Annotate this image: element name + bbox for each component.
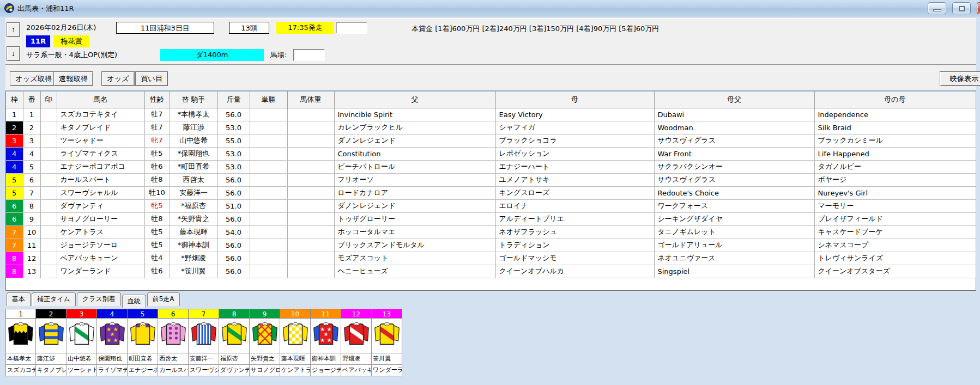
- win-odds: [250, 108, 287, 121]
- odds-button[interactable]: オッズ: [101, 71, 135, 86]
- table-row[interactable]: 56カールスバート牡8西啓太56.0フリオーソユメノアトサキサウスヴィグラスボヤ…: [6, 173, 976, 186]
- silks-jockey-name: 笹川翼: [372, 353, 402, 365]
- silks-cell[interactable]: 9 矢野貴之サヨノグローリー: [250, 309, 280, 376]
- carried-weight: 51.0: [217, 199, 250, 212]
- silks-jockey-name: 町田直希: [128, 353, 158, 365]
- body-weight: [287, 265, 334, 278]
- video-display-button[interactable]: 映像表示: [940, 71, 980, 86]
- tab-基本[interactable]: 基本: [7, 292, 31, 306]
- tab-前5走A[interactable]: 前5走A: [147, 292, 180, 306]
- win-odds: [250, 199, 287, 212]
- horse-number-badge: 11: [311, 309, 341, 319]
- table-row[interactable]: 813ワンダーランド牡6*笹川翼56.0ヘニーヒューズクイーンオブハルカSing…: [6, 265, 976, 278]
- sex-age: 牡6: [144, 265, 170, 278]
- tab-クラス別着[interactable]: クラス別着: [77, 292, 121, 306]
- maximize-button[interactable]: [952, 2, 971, 14]
- sex-age: 牡8: [144, 212, 170, 225]
- silks-horse-name: サヨノグローリー: [250, 365, 280, 376]
- silks-cell[interactable]: 11 ★★★★★ 御神本訓ジョージテソーロ: [311, 309, 341, 376]
- horse-name: ベアバッキューン: [57, 252, 144, 265]
- dam-dam-name: クイーンオブスターズ: [814, 265, 976, 278]
- svg-text:★: ★: [326, 337, 331, 343]
- dam-name: ゴールドマッシモ: [495, 252, 654, 265]
- table-row[interactable]: 11スズカコテキタイ牡7*本橋孝太56.0Invincible SpiritEa…: [6, 108, 976, 121]
- column-header: 馬名: [57, 91, 144, 108]
- race-number-badge: 11R: [26, 35, 50, 47]
- silks-cell[interactable]: 8 福原杏ダヴァンティ: [219, 309, 250, 376]
- horse-name: スズカコテキタイ: [57, 108, 144, 121]
- silks-cell[interactable]: 13 笹川翼ワンダーランド: [372, 309, 402, 376]
- carried-weight: 56.0: [217, 212, 250, 225]
- sex-age: 牡7: [144, 121, 170, 134]
- silks-cell[interactable]: 6 西啓太カールスバート: [158, 309, 189, 376]
- memo-box[interactable]: [336, 22, 367, 34]
- head-count: 13頭: [229, 22, 269, 34]
- silks-cell[interactable]: 12 野畑凌ベアバッキューン: [341, 309, 372, 376]
- table-row[interactable]: 68ダヴァンティ牝5*福原杏51.0ダノンレジェンドエロイナワークフォースマーモ…: [6, 199, 976, 212]
- table-row[interactable]: 57スワーヴシャルル牡10安藤洋一56.0ロードカナロアキングスローズRedou…: [6, 186, 976, 199]
- sire-name: ブリックスアンドモルタル: [334, 239, 495, 252]
- sire-name: Constitution: [334, 147, 495, 160]
- horse-name: ダヴァンティ: [57, 199, 144, 212]
- win-odds: [250, 239, 287, 252]
- horse-number: 9: [23, 212, 40, 225]
- column-header: 印: [40, 91, 57, 108]
- column-header: 性齢: [144, 91, 170, 108]
- table-row[interactable]: 812ベアバッキューン牡4*野畑凌56.0モズアスコットゴールドマッシモネオユニ…: [6, 252, 976, 265]
- get-flash-button[interactable]: 速報取得: [53, 71, 93, 86]
- carried-weight: 53.0: [217, 121, 250, 134]
- minimize-button[interactable]: [928, 2, 946, 14]
- prev-race-button[interactable]: ↑: [7, 22, 20, 37]
- win-odds: [250, 186, 287, 199]
- toolbar: オッズ取得 速報取得 オッズ 買い目 映像表示: [5, 64, 976, 90]
- table-row[interactable]: 45エナジーポコアポコ牡6*町田直希53.0ビーチパトロールエナジーハートサクラ…: [6, 160, 976, 173]
- sire-name: ホッコータルマエ: [334, 225, 495, 239]
- silks-jockey-name: 本橋孝太: [5, 353, 36, 365]
- dam-name: ブラックショコラ: [495, 134, 654, 147]
- mark-cell: [40, 252, 57, 265]
- silks-horse-name: エナジーポコアポコ: [128, 365, 158, 376]
- tab-補正タイム[interactable]: 補正タイム: [32, 292, 76, 306]
- win-odds: [250, 147, 287, 160]
- get-odds-button[interactable]: オッズ取得: [10, 71, 58, 86]
- close-button[interactable]: [977, 2, 980, 14]
- silks-cell[interactable]: 4 ★★★★★ 保園翔也ライゾマティクス: [97, 309, 128, 376]
- table-row[interactable]: 710ケンアトラス牡5藤本現暉54.0ホッコータルマエネオザフラッシュタニノギム…: [6, 225, 976, 239]
- column-header: 馬体重: [287, 91, 334, 108]
- silks-cell[interactable]: 3 山中悠希ツーシャドー: [66, 309, 97, 376]
- silks-cell[interactable]: 5 町田直希エナジーポコアポコ: [128, 309, 158, 376]
- app-window: 出馬表・浦和11R ↑ ↓ 2026年02月26日(木) 11回浦和3日目 13…: [0, 0, 980, 385]
- jockey-name: *福原杏: [170, 199, 217, 212]
- tab-血統[interactable]: 血統: [122, 295, 146, 308]
- next-race-button[interactable]: ↓: [7, 46, 20, 61]
- dam-name: トラディション: [495, 239, 654, 252]
- dam-sire-name: シーキングザダイヤ: [654, 212, 814, 225]
- table-row[interactable]: 44ライゾマティクス牡5*保園翔也53.0Constitutionレポゼッション…: [6, 147, 976, 160]
- silks-cell[interactable]: 7 安藤洋一スワーヴシャルル: [189, 309, 219, 376]
- table-header-row: 枠番印馬名性齢替 騎手斤量単勝馬体重父母母父母の母: [6, 91, 976, 108]
- dam-dam-name: Life Happened: [814, 147, 976, 160]
- silks-cell[interactable]: 1 本橋孝太スズカコテキタイ: [5, 309, 36, 376]
- horse-name: ワンダーランド: [57, 265, 144, 278]
- frame-number: 6: [6, 212, 23, 225]
- track-condition-box[interactable]: [293, 49, 325, 61]
- jockey-name: *御神本訓: [170, 239, 217, 252]
- silks-jockey-name: 西啓太: [158, 353, 189, 365]
- mark-cell: [40, 199, 57, 212]
- bet-picks-button[interactable]: 買い目: [135, 71, 168, 86]
- table-row[interactable]: 69サヨノグローリー牡8*矢野貴之56.0トゥザグローリーアルディートブリエシー…: [6, 212, 976, 225]
- silks-jockey-name: 山中悠希: [66, 353, 97, 365]
- dam-dam-name: ボヤージ: [814, 173, 976, 186]
- table-row[interactable]: 22キタノブレイド牡7藤江渉53.0カレンブラックヒルシャフィガWoodmanS…: [6, 121, 976, 134]
- silks-cell[interactable]: 10 藤本現暉ケンアトラス: [280, 309, 311, 376]
- svg-text:★: ★: [113, 337, 118, 343]
- silks-cell[interactable]: 2 藤江渉キタノブレイド: [36, 309, 66, 376]
- frame-number: 4: [6, 160, 23, 173]
- silks-horse-name: ライゾマティクス: [97, 365, 128, 376]
- sire-name: モズアスコット: [334, 252, 495, 265]
- svg-text:★: ★: [323, 331, 328, 337]
- dam-dam-name: Silk Braid: [814, 121, 976, 134]
- sex-age: 牡7: [144, 108, 170, 121]
- table-row[interactable]: 33ツーシャドー牝7山中悠希55.0ダノンレジェンドブラックショコラサウスヴィグ…: [6, 134, 976, 147]
- table-row[interactable]: 711ジョージテソーロ牡5*御神本訓56.0ブリックスアンドモルタルトラディショ…: [6, 239, 976, 252]
